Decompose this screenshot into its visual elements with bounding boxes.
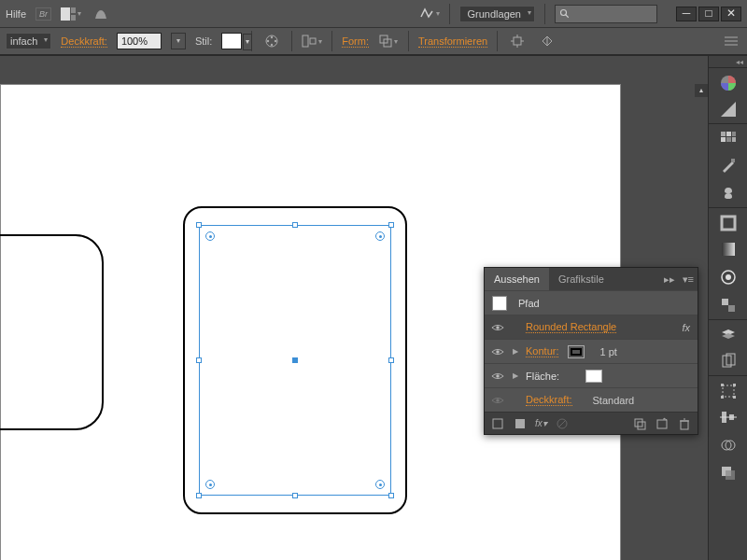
color-panel-icon[interactable] [709,67,747,95]
menu-help[interactable]: Hilfe [6,8,26,20]
disclosure-icon[interactable]: ▶ [511,347,520,356]
visibility-icon[interactable] [490,393,505,408]
appearance-row-effect[interactable]: Rounded Rectangle fx [485,315,698,339]
panel-menu-icon[interactable]: ▾≡ [679,273,698,286]
appearance-row-path[interactable]: Pfad [485,290,698,315]
search-input[interactable] [555,5,657,23]
separator [544,4,545,24]
transparency-panel-icon[interactable] [709,459,747,487]
selection-handle[interactable] [388,493,394,498]
duplicate-icon[interactable] [632,416,647,431]
svg-rect-25 [726,132,731,136]
appearance-row-opacity[interactable]: Deckkraft: Standard [485,387,698,412]
tab-appearance[interactable]: Aussehen [485,268,549,290]
transform-panel-icon[interactable] [709,375,747,403]
shape-dropdown-icon[interactable]: ▾ [378,31,399,51]
row-label: Pfad [518,298,540,309]
symbols-panel-icon[interactable] [709,179,747,207]
opacity-input[interactable] [117,33,162,49]
color-guide-panel-icon[interactable] [709,95,747,123]
svg-rect-24 [721,132,726,136]
layers-panel-icon[interactable] [709,319,747,347]
rounded-rect-shape[interactable] [0,234,104,430]
disclosure-icon[interactable]: ▶ [511,371,520,380]
opacity-dropdown[interactable]: ▾ [171,33,186,49]
align-panel-icon[interactable] [709,403,747,431]
svg-rect-50 [726,470,735,480]
selection-handle[interactable] [196,493,202,498]
fx-menu[interactable]: fx▾ [535,418,547,428]
svg-point-6 [271,36,273,38]
arrange-documents-icon[interactable]: ▾ [61,4,81,24]
new-stroke-icon[interactable] [490,416,505,431]
selection-handle[interactable] [196,357,202,363]
swatches-panel-icon[interactable] [709,123,747,151]
sync-icon[interactable]: ▾ [419,4,440,24]
edit-clip-icon[interactable] [537,31,557,51]
svg-rect-2 [71,15,76,21]
stroke-swatch[interactable] [568,345,585,358]
panel-collapse-icon[interactable]: ▸▸ [660,273,679,286]
appearance-row-fill[interactable]: ▶ Fläche: [485,363,698,387]
visibility-icon[interactable] [490,344,505,359]
isolate-icon[interactable] [507,31,528,51]
stroke-panel-icon[interactable] [709,207,747,235]
appearance-panel-icon[interactable] [709,263,747,291]
artboards-panel-icon[interactable] [709,347,747,375]
gpu-icon[interactable] [91,4,111,24]
dock-collapse-icon[interactable]: ◂◂ [709,56,747,67]
visibility-icon[interactable] [490,369,505,384]
fill-swatch[interactable] [585,370,602,383]
bridge-icon[interactable]: Br [35,7,51,21]
recolor-icon[interactable] [261,31,282,51]
appearance-row-stroke[interactable]: ▶ Kontur: 1 pt [485,339,698,363]
delete-icon[interactable] [677,416,692,431]
maximize-button[interactable]: □ [698,7,719,21]
effect-link[interactable]: Rounded Rectangle [526,321,616,333]
svg-rect-28 [726,137,731,142]
shape-label[interactable]: Form: [342,35,369,48]
stroke-weight[interactable]: 1 pt [599,346,616,357]
selection-handle[interactable] [292,493,298,498]
selection-handle[interactable] [292,222,298,228]
graphic-styles-panel-icon[interactable] [709,291,747,319]
workspace-switcher[interactable]: Grundlagen [459,6,536,22]
svg-point-9 [267,40,269,42]
panel-toggle-icon[interactable] [721,31,741,51]
separator [291,31,292,51]
minimize-button[interactable]: ─ [676,7,697,21]
corner-widget[interactable] [205,480,215,489]
transform-label[interactable]: Transformieren [418,35,487,48]
fill-label: Fläche: [526,371,559,382]
selection-bounds[interactable] [199,225,391,496]
svg-rect-43 [733,396,736,399]
selection-handle[interactable] [388,222,394,228]
align-icon[interactable]: ▾ [302,31,322,51]
corner-widget[interactable] [375,231,385,241]
scroll-up-icon[interactable]: ▴ [695,84,708,97]
stroke-link[interactable]: Kontur: [526,345,558,357]
svg-rect-56 [515,419,525,428]
new-item-icon[interactable] [655,416,669,431]
close-button[interactable]: ✕ [721,7,741,21]
opacity-value: Standard [593,395,635,406]
style-swatch[interactable]: ▾ [221,33,242,49]
corner-widget[interactable] [375,480,385,489]
selection-handle[interactable] [196,222,202,228]
corner-widget[interactable] [205,231,215,241]
new-fill-icon[interactable] [513,416,528,431]
doc-profile-dropdown[interactable]: infach [6,33,51,49]
visibility-icon[interactable] [490,320,505,335]
opacity-label[interactable]: Deckkraft: [61,35,107,48]
svg-rect-55 [493,419,502,428]
clear-appearance-icon[interactable] [555,416,570,431]
selection-handle[interactable] [388,357,394,363]
selection-center[interactable] [292,357,298,363]
fx-indicator-icon[interactable]: fx [682,322,692,333]
pathfinder-panel-icon[interactable] [709,431,747,459]
opacity-link[interactable]: Deckkraft: [526,394,572,406]
gradient-panel-icon[interactable] [709,235,747,263]
svg-rect-60 [638,422,645,429]
brushes-panel-icon[interactable] [709,151,747,179]
tab-graphic-styles[interactable]: Grafikstile [549,268,613,290]
